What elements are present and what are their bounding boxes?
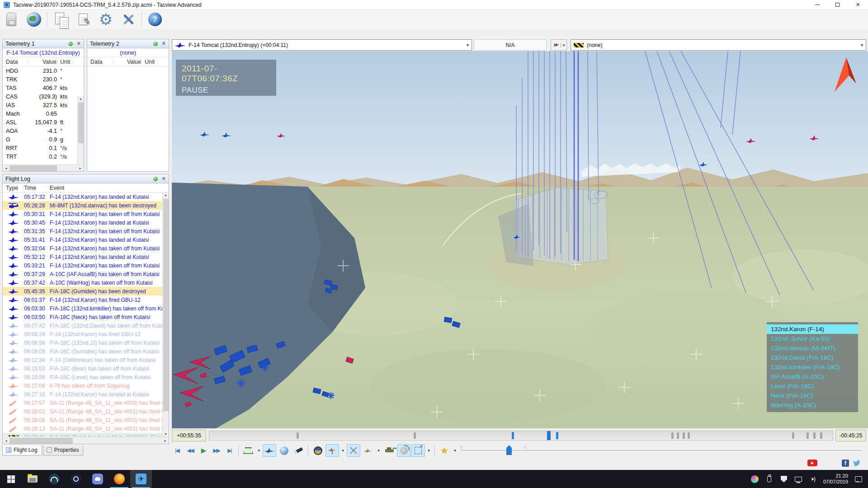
usb-icon[interactable] xyxy=(765,475,774,483)
help-button[interactable]: ? xyxy=(146,11,165,28)
column-header-time[interactable]: Time xyxy=(24,185,50,191)
log-row[interactable]: 05:33:21 F-14 (132nd.Karon) has taken of… xyxy=(3,261,162,270)
close-panel-icon[interactable]: ✕ xyxy=(160,176,167,182)
teamspeak-button[interactable] xyxy=(43,470,65,488)
log-row[interactable]: 06:28:13 SA-11 (Range 4B_SA_11_site #001… xyxy=(3,424,162,433)
start-button[interactable] xyxy=(0,470,22,488)
primary-object-combo[interactable]: F-14 Tomcat (132nd.Entropy) (+00:04:11) … xyxy=(172,39,472,51)
telemetry1-hscrollbar[interactable]: ◂▸ xyxy=(3,164,84,171)
formation-view-button[interactable] xyxy=(361,444,375,457)
flight-log-hscrollbar[interactable]: ◂▸ xyxy=(3,437,169,444)
log-row[interactable]: 05:30:45 F-14 (132nd.Karon) has landed a… xyxy=(3,218,162,227)
telemetry-row[interactable]: G 0.9 g xyxy=(3,135,84,144)
timeline-tick[interactable] xyxy=(512,432,514,439)
telemetry-row[interactable]: ASL 15,047.9 ft xyxy=(3,118,84,127)
log-row[interactable]: 06:07:42 F/A-18C (132nd.David) has taken… xyxy=(3,321,162,330)
taskbar-clock[interactable]: 21:20 07/07/2019 xyxy=(823,473,848,485)
cockpit-view-button[interactable] xyxy=(241,444,255,457)
tab-flight-log[interactable]: Flight Log xyxy=(2,446,42,455)
3d-viewport[interactable]: 2011-07-07T06:07:36Z PAUSE 132nd.Karon (… xyxy=(172,51,868,428)
fast-forward-button[interactable]: ▶▶ xyxy=(210,445,222,457)
settings-button[interactable]: ⚙ xyxy=(96,11,115,28)
cockpit-view-dropdown[interactable]: ▾ xyxy=(256,444,262,457)
event-filter-combo[interactable]: (none) ▾ xyxy=(571,39,866,51)
pin-icon[interactable] xyxy=(153,177,158,181)
log-row[interactable]: 05:31:35 F-14 (132nd.Karon) has taken of… xyxy=(3,227,162,235)
timeline-tick[interactable] xyxy=(671,432,674,439)
radar-coverage-button[interactable] xyxy=(397,444,410,457)
telemetry-row[interactable]: CAS (329.3) kts xyxy=(3,92,84,101)
telemetry-row[interactable]: HDG 231.0 ° xyxy=(3,66,84,75)
telemetry-probe-button[interactable] xyxy=(347,444,360,457)
log-row[interactable]: 06:08:56 F/A-18C (132nd.JJ) has taken of… xyxy=(3,338,162,347)
play-button[interactable]: ▶ xyxy=(197,445,209,457)
close-panel-icon[interactable]: ✕ xyxy=(160,41,167,47)
external-view-button[interactable] xyxy=(263,444,276,457)
timeline-tick[interactable] xyxy=(297,432,299,439)
log-row[interactable]: 06:15:53 F/A-18C (Bear) has taken off fr… xyxy=(3,364,162,373)
facebook-icon[interactable]: f xyxy=(842,460,849,467)
log-row[interactable]: 05:26:28 Mi-8MT (132nd.danvac) has been … xyxy=(3,201,162,210)
restore-button[interactable] xyxy=(827,0,848,10)
satellite-view-button[interactable] xyxy=(277,444,291,457)
log-row[interactable]: 05:17:32 F-14 (132nd.Karon) has landed a… xyxy=(3,192,162,201)
timeline-tick[interactable] xyxy=(683,432,685,439)
instruments-button[interactable] xyxy=(311,444,325,457)
column-header-unit[interactable]: Unit xyxy=(57,59,73,65)
free-camera-button[interactable] xyxy=(292,444,305,457)
column-header-unit[interactable]: Unit xyxy=(142,59,158,65)
object-list-item[interactable]: WarHog (A-10C) xyxy=(767,400,858,410)
youtube-icon[interactable]: ▶ xyxy=(807,460,817,466)
object-list-item[interactable]: 132nd.kimkiller (F/A-18C) xyxy=(767,362,858,372)
column-header-event[interactable]: Event xyxy=(50,185,169,191)
log-row[interactable]: 05:37:29 A-10C (IAF.AssafB) has taken of… xyxy=(3,270,162,278)
log-row[interactable]: 06:28:41 F/A-18C (Bear) has been hit by … xyxy=(3,433,162,436)
log-row[interactable]: 05:32:04 F-14 (132nd.Karon) has taken of… xyxy=(3,244,162,253)
object-list-item[interactable]: 132nd.Karon (F-14) xyxy=(767,324,858,334)
timeline-tick[interactable] xyxy=(807,432,809,439)
column-header-value[interactable]: Value xyxy=(113,59,142,65)
column-header-data[interactable]: Data xyxy=(3,59,28,65)
speed-slider-handle[interactable] xyxy=(506,445,512,455)
twitter-icon[interactable] xyxy=(853,460,861,467)
telemetry-row[interactable]: IAS 327.5 kts xyxy=(3,101,84,109)
timeline-tick[interactable] xyxy=(688,432,690,439)
online-button[interactable] xyxy=(24,11,43,28)
telemetry2-object[interactable]: (none) xyxy=(87,48,169,57)
favorites-dropdown[interactable]: ▾ xyxy=(452,444,458,457)
rewind-button[interactable]: ◀◀ xyxy=(184,445,196,457)
log-row[interactable]: 06:27:16 F-14 (132nd.Karon) has landed a… xyxy=(3,390,162,399)
flight-log-vscrollbar[interactable]: ▴ ▾ xyxy=(162,192,169,437)
telemetry-row[interactable]: AOA -4.1 ° xyxy=(3,127,84,135)
log-row[interactable]: 06:12:34 F-14 (DeMonteur) has taken off … xyxy=(3,356,162,364)
ground-units-button[interactable] xyxy=(382,444,396,457)
skip-end-button[interactable]: ▶| xyxy=(223,445,236,457)
log-row[interactable]: 06:01:37 F-14 (132nd.Karon) has fired GB… xyxy=(3,296,162,304)
skip-start-button[interactable]: |◀ xyxy=(171,445,183,457)
log-row[interactable]: 05:30:31 F-14 (132nd.Karon) has taken of… xyxy=(3,210,162,218)
action-center-icon[interactable] xyxy=(854,475,863,483)
model-display-button[interactable] xyxy=(326,444,339,457)
log-row[interactable]: 06:28:02 SA-11 (Range 4B_SA_11_site #001… xyxy=(3,407,162,416)
telemetry1-vscrollbar[interactable]: ▴ ▾ xyxy=(77,96,84,171)
formation-view-dropdown[interactable]: ▾ xyxy=(376,444,382,457)
telemetry-row[interactable]: TAS 406.7 kts xyxy=(3,84,84,92)
object-list-item[interactable]: 132nd.David (F/A-18C) xyxy=(767,353,858,362)
secondary-object-box[interactable]: N/A xyxy=(474,39,547,51)
log-row[interactable]: 06:15:56 F/A-18C (Level) has taken off f… xyxy=(3,373,162,381)
telemetry-row[interactable]: TRT 0.2 °/s xyxy=(3,152,84,161)
selection-tool-dropdown[interactable]: ▾ xyxy=(426,444,432,457)
tray-app-icon[interactable] xyxy=(751,475,759,483)
edit-button[interactable]: ✎ xyxy=(74,11,93,28)
log-row[interactable]: 06:27:06 Il-78 has taken off from Soganl… xyxy=(3,381,162,390)
documents-button[interactable] xyxy=(51,11,70,28)
speed-slider[interactable] xyxy=(461,447,861,454)
recorder-button[interactable] xyxy=(2,11,21,28)
object-list-item[interactable]: IAF.AssafB (A-10C) xyxy=(767,372,858,381)
object-list-item[interactable]: Neck (F/A-18C) xyxy=(767,391,858,400)
selection-tool-button[interactable] xyxy=(411,444,425,457)
timeline-bar[interactable] xyxy=(209,431,833,441)
volume-icon[interactable]: 🕨) xyxy=(809,475,817,483)
tacview-taskbar-button[interactable]: ✈ xyxy=(130,470,152,488)
object-list-item[interactable]: 132nd. Junior (Ka-50) xyxy=(767,334,858,343)
